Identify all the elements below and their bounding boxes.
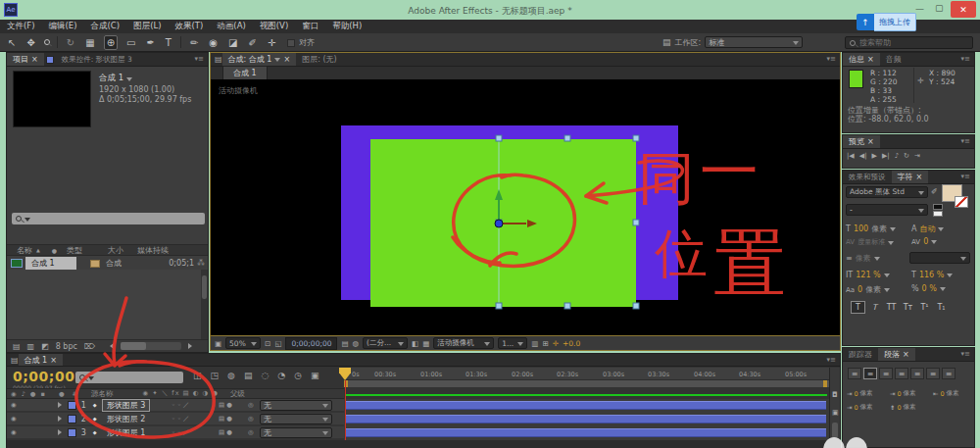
twirl-icon[interactable] xyxy=(58,402,62,408)
font-style-dropdown[interactable]: - xyxy=(846,204,928,216)
brush-tool-icon[interactable]: ✏ xyxy=(188,36,200,49)
column-size[interactable]: 大小 xyxy=(108,245,123,256)
twirl-icon[interactable] xyxy=(58,416,62,422)
shy-layers-icon[interactable]: ◍ xyxy=(227,371,235,380)
magnification-dropdown[interactable]: 50% xyxy=(225,337,261,349)
justify-last-left-button[interactable]: ≡ xyxy=(895,368,908,379)
menu-help[interactable]: 帮助(H) xyxy=(325,21,368,32)
mini-flowchart-icon[interactable]: ◫ xyxy=(193,371,202,380)
proportional-spacing-value[interactable]: 0 % xyxy=(922,284,937,293)
close-icon[interactable]: × xyxy=(916,173,923,181)
column-media-duration[interactable]: 媒体持续 xyxy=(137,245,169,256)
play-button[interactable]: ▶ xyxy=(872,152,877,160)
active-camera-dropdown[interactable]: 活动摄像机 xyxy=(433,337,494,349)
always-preview-icon[interactable]: ▣ xyxy=(215,339,221,348)
green-shape-layer-left[interactable] xyxy=(370,139,499,307)
horizontal-scale-value[interactable]: 116 % xyxy=(919,271,944,279)
selection-tool-icon[interactable]: ↖ xyxy=(6,36,18,49)
roto-brush-tool-icon[interactable]: ✐ xyxy=(247,36,259,49)
layer-bar[interactable] xyxy=(346,428,826,437)
chevron-down-icon[interactable] xyxy=(874,257,880,264)
current-time-indicator-line[interactable] xyxy=(345,380,347,440)
layer-color-chip[interactable] xyxy=(68,415,76,423)
superscript-button[interactable]: T¹ xyxy=(917,301,932,314)
tab-layer-viewer[interactable]: 图层: (无) xyxy=(296,53,342,66)
justify-last-right-button[interactable]: ≡ xyxy=(926,368,940,379)
guides-icon[interactable]: ◧ xyxy=(412,339,418,348)
transparency-grid-icon[interactable]: ◱ xyxy=(274,339,281,348)
eye-icon[interactable]: ◉ xyxy=(11,415,17,423)
project-search[interactable] xyxy=(12,213,205,224)
pen-tool-icon[interactable]: ✒ xyxy=(144,36,156,49)
layer-switches[interactable]: ◦ ◦ ／ xyxy=(172,415,189,423)
menu-layer[interactable]: 图层(L) xyxy=(126,21,168,32)
tab-paragraph[interactable]: 段落× xyxy=(878,348,915,361)
eye-icon[interactable]: ◉ xyxy=(11,390,17,398)
small-caps-button[interactable]: Tᴛ xyxy=(901,301,915,314)
tracking-value[interactable]: 0 xyxy=(923,237,928,246)
eye-icon[interactable]: ◉ xyxy=(11,401,17,409)
layer-switches-right[interactable]: ▤ ● xyxy=(219,428,232,436)
chevron-down-icon[interactable] xyxy=(890,227,896,234)
parent-pickwhip-icon[interactable]: ◎ xyxy=(248,415,254,423)
layer-switches-right[interactable]: ▤ ● xyxy=(219,401,232,409)
tab-audio[interactable]: 音频 xyxy=(880,53,907,66)
time-ruler[interactable]: 0s 00:30s 01:00s 01:30s 02:00s 02:30s 03… xyxy=(344,368,829,380)
tab-tracker[interactable]: 跟踪器 xyxy=(843,348,878,361)
exposure-value[interactable]: +0.0 xyxy=(563,339,580,348)
trash-icon[interactable]: ⌦ xyxy=(84,342,95,351)
column-name[interactable]: 名称 xyxy=(17,245,32,256)
tab-character[interactable]: 字符× xyxy=(892,171,929,183)
horizontal-scale-control[interactable]: T 116 % xyxy=(911,271,953,279)
panel-menu-icon[interactable]: ▾≡ xyxy=(823,354,840,366)
channels-icon[interactable]: ◍ xyxy=(353,339,360,348)
audio-icon[interactable]: ♪ xyxy=(22,390,25,398)
layer-name[interactable]: 形状图层 3 xyxy=(102,399,151,412)
close-icon[interactable]: × xyxy=(50,356,57,365)
first-frame-button[interactable]: |◀ xyxy=(847,152,855,160)
snapshot-icon[interactable]: ▤ xyxy=(341,339,348,348)
parent-column[interactable]: 父级 xyxy=(230,389,245,399)
help-search[interactable] xyxy=(845,36,973,49)
chevron-down-icon[interactable] xyxy=(931,240,937,247)
eraser-tool-icon[interactable]: ◪ xyxy=(226,36,239,49)
faux-bold-button[interactable]: T xyxy=(851,301,865,314)
panel-menu-icon[interactable]: ▾≡ xyxy=(823,53,840,66)
import-footage-icon[interactable]: ▤ xyxy=(13,342,21,351)
bpc-label[interactable]: 8 bpc xyxy=(56,342,77,351)
camera-tool-icon[interactable]: ▦ xyxy=(83,36,96,49)
clone-stamp-tool-icon[interactable]: ◉ xyxy=(207,36,220,49)
parent-pickwhip-icon[interactable]: ◎ xyxy=(248,401,254,409)
timeline-search[interactable] xyxy=(75,372,183,383)
audio-toggle-button[interactable]: ♪ xyxy=(895,152,899,160)
prev-frame-button[interactable]: ◀| xyxy=(859,152,867,160)
lock-icon[interactable]: ▪ xyxy=(41,390,45,398)
layer-switches[interactable]: ◦ ◦ ／ xyxy=(172,401,189,410)
space-after-value[interactable]: 0 xyxy=(897,404,901,412)
twirl-icon[interactable] xyxy=(58,429,62,435)
project-item-name[interactable]: 合成 1 xyxy=(25,257,76,270)
menu-effect[interactable]: 效果(T) xyxy=(169,21,211,32)
project-scrollbar[interactable] xyxy=(201,270,208,339)
layer-name[interactable]: 形状图层 2 xyxy=(103,414,150,424)
comp-subtab[interactable]: 合成 1 xyxy=(222,66,268,80)
flowchart-icon[interactable]: ▥ xyxy=(531,339,538,348)
leading-value[interactable]: 自动 xyxy=(919,224,935,234)
tab-composition[interactable]: 合成: 合成 1× xyxy=(222,53,297,66)
parent-dropdown[interactable]: 无 xyxy=(260,427,332,438)
rotate-tool-icon[interactable]: ↻ xyxy=(65,36,76,49)
chevron-down-icon[interactable] xyxy=(940,287,946,294)
layer-switches[interactable]: ◦ ◦ ／ xyxy=(172,428,189,437)
menu-edit[interactable]: 编辑(E) xyxy=(42,21,84,32)
close-icon[interactable]: × xyxy=(31,55,38,64)
quality-icon[interactable]: ◆ xyxy=(93,402,97,408)
layer-row[interactable]: ◉ 3 ◆ 形状图层 1 ◦ ◦ ／ ▤ ● ◎ 无 xyxy=(7,426,344,439)
proportional-spacing-control[interactable]: % 0 % xyxy=(911,284,946,293)
close-icon[interactable]: × xyxy=(283,55,290,64)
parent-dropdown[interactable]: 无 xyxy=(260,400,332,411)
loop-button[interactable]: ↻ xyxy=(904,152,909,160)
parent-dropdown[interactable]: 无 xyxy=(260,414,332,424)
tab-project[interactable]: 项目× xyxy=(7,53,44,66)
view-layout-dropdown[interactable]: 1... xyxy=(498,337,527,349)
panel-menu-icon[interactable]: ▾≡ xyxy=(957,171,974,183)
